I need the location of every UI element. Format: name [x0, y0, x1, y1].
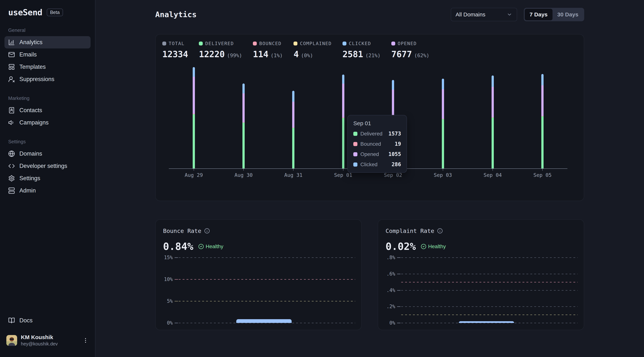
domain-filter-value: All Domains	[456, 11, 486, 18]
domain-filter-select[interactable]: All Domains	[451, 8, 517, 21]
sidebar-section-general: General	[4, 28, 90, 33]
bar-sep-01-bounced[interactable]	[342, 118, 344, 118]
gridline-warning	[179, 301, 355, 302]
sidebar-item-templates[interactable]: Templates	[4, 61, 90, 73]
y-tick-label: 0%	[158, 320, 173, 326]
chart-tooltip: Sep 01 Delivered1573Bounced19Opened1055C…	[347, 115, 407, 173]
tooltip-row-opened: Opened1055	[353, 151, 401, 157]
bar-sep-03-opened[interactable]	[442, 89, 444, 119]
gridline-danger	[401, 282, 578, 282]
user-email: hey@koushik.dev	[21, 341, 79, 346]
tooltip-swatch	[353, 162, 358, 166]
bar-aug-31-delivered[interactable]	[292, 128, 294, 168]
bar-sep-01-clicked[interactable]	[342, 74, 344, 84]
bar-sep-05-clicked[interactable]	[541, 74, 544, 85]
tooltip-row-delivered: Delivered1573	[353, 130, 401, 137]
chevron-down-icon	[507, 12, 512, 17]
bar-aug-30-opened[interactable]	[242, 93, 245, 122]
bar-sep-03-bounced[interactable]	[442, 119, 444, 119]
bar-aug-29-delivered[interactable]	[193, 114, 195, 168]
y-tick-label: .4%	[381, 288, 395, 293]
logo-row: useSend Beta	[4, 6, 90, 17]
sidebar-item-settings[interactable]: Settings	[4, 172, 90, 184]
bar-aug-31-clicked[interactable]	[292, 91, 294, 102]
bar-aug-29-bounced[interactable]	[193, 114, 195, 114]
code-icon	[8, 163, 15, 169]
gridline	[401, 257, 578, 258]
bar-sep-05-opened[interactable]	[541, 85, 544, 116]
bar-sep-04-opened[interactable]	[492, 87, 494, 117]
more-options-icon[interactable]	[82, 337, 89, 344]
user-menu[interactable]: KM Koushik hey@koushik.dev	[4, 332, 90, 349]
sidebar-item-label: Suppressions	[20, 76, 54, 82]
y-tick-mark	[174, 323, 178, 323]
tooltip-title: Sep 01	[353, 120, 401, 126]
sidebar-item-label: Templates	[20, 64, 46, 70]
range-30-days-button[interactable]: 30 Days	[552, 9, 583, 20]
y-tick-mark	[174, 257, 178, 258]
bar-aug-30-bounced[interactable]	[242, 122, 245, 122]
bar-sep-03-clicked[interactable]	[442, 79, 444, 89]
gridline	[401, 274, 578, 274]
range-7-days-button[interactable]: 7 Days	[525, 9, 552, 20]
gridline	[401, 306, 578, 307]
sidebar-item-label: Docs	[20, 317, 32, 324]
bar-aug-29-clicked[interactable]	[193, 67, 195, 77]
bar-aug-30-delivered[interactable]	[242, 122, 245, 168]
sidebar-nav: GeneralAnalyticsEmailsTemplatesSuppressi…	[4, 17, 90, 197]
speaker-icon	[8, 119, 15, 126]
tooltip-series-value: 1055	[388, 151, 401, 157]
y-tick-mark	[397, 257, 400, 258]
sidebar-item-admin[interactable]: Admin	[4, 184, 90, 197]
bar-sep-01-delivered[interactable]	[342, 118, 344, 168]
sidebar-item-domains[interactable]: Domains	[4, 148, 90, 160]
bar-aug-31-opened[interactable]	[292, 102, 294, 128]
bar-sep-04-delivered[interactable]	[492, 118, 494, 168]
y-tick-label: 0%	[381, 320, 395, 326]
bar-sep-04-bounced[interactable]	[492, 117, 494, 118]
sidebar-item-label: Settings	[20, 175, 40, 182]
y-tick-label: 15%	[158, 255, 173, 260]
sidebar-item-developer-settings[interactable]: Developer settings	[4, 160, 90, 172]
bounce-rate-chart: 15%10%5%0%	[156, 220, 361, 330]
tooltip-swatch	[353, 132, 358, 136]
bar-sep-05-bounced[interactable]	[541, 116, 544, 116]
sidebar-item-contacts[interactable]: Contacts	[4, 104, 90, 116]
x-axis-tick	[492, 169, 493, 171]
user-meta: KM Koushik hey@koushik.dev	[21, 334, 79, 346]
sidebar-item-suppressions[interactable]: Suppressions	[4, 73, 90, 85]
app-logo: useSend	[8, 8, 42, 17]
tooltip-swatch	[353, 152, 358, 156]
bar-aug-29-opened[interactable]	[193, 77, 195, 114]
y-tick-label: 5%	[158, 298, 173, 304]
y-tick-label: .6%	[381, 271, 395, 277]
book-user-icon	[8, 107, 15, 114]
user-name: KM Koushik	[21, 334, 79, 340]
sidebar-item-label: Emails	[20, 51, 37, 58]
sidebar-item-docs[interactable]: Docs	[4, 314, 90, 327]
sidebar-item-analytics[interactable]: Analytics	[4, 36, 90, 48]
server-icon	[8, 187, 15, 194]
bar-sep-01-opened[interactable]	[342, 84, 344, 118]
sidebar-item-emails[interactable]: Emails	[4, 48, 90, 61]
bar-aug-31-bounced[interactable]	[292, 128, 294, 128]
bar-sep-03-delivered[interactable]	[442, 119, 444, 168]
app-root: useSend Beta GeneralAnalyticsEmailsTempl…	[0, 0, 644, 357]
bar-sep-02-clicked[interactable]	[392, 80, 394, 90]
bounce-rate-bar[interactable]	[236, 319, 292, 323]
x-axis-tick	[194, 169, 194, 171]
bar-sep-05-delivered[interactable]	[541, 116, 544, 168]
bar-sep-04-clicked[interactable]	[492, 76, 494, 87]
main-content: Analytics All Domains 7 Days 30 Days TOT…	[96, 0, 644, 357]
tooltip-rows: Delivered1573Bounced19Opened1055Clicked2…	[353, 130, 401, 168]
layout-template-icon	[8, 64, 15, 70]
sidebar-item-campaigns[interactable]: Campaigns	[4, 116, 90, 129]
x-axis-label: Sep 05	[524, 172, 561, 178]
x-axis-label: Sep 04	[474, 172, 511, 178]
bar-aug-30-clicked[interactable]	[242, 84, 245, 93]
sidebar-section-marketing: Marketing	[4, 96, 90, 101]
x-axis-label: Sep 01	[324, 172, 362, 178]
complaint-rate-bar[interactable]	[459, 321, 514, 323]
tooltip-series-label: Clicked	[360, 162, 388, 168]
tooltip-row-bounced: Bounced19	[353, 141, 401, 147]
